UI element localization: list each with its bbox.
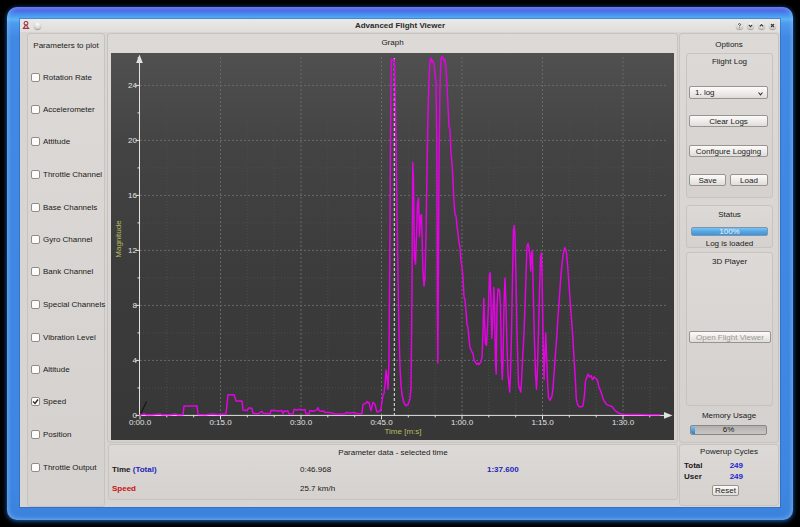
svg-text:0:15.0: 0:15.0 <box>209 418 232 427</box>
svg-text:12: 12 <box>128 246 137 255</box>
svg-text:Magnitude: Magnitude <box>114 220 123 258</box>
svg-text:4: 4 <box>133 356 138 365</box>
svg-text:1:00.0: 1:00.0 <box>451 418 474 427</box>
svg-text:20: 20 <box>128 136 137 145</box>
svg-text:1:30.0: 1:30.0 <box>612 418 635 427</box>
svg-text:1:15.0: 1:15.0 <box>531 418 554 427</box>
svg-text:0:45.0: 0:45.0 <box>370 418 393 427</box>
svg-text:0:30.0: 0:30.0 <box>290 418 313 427</box>
svg-text:24: 24 <box>128 81 137 90</box>
svg-text:0:00.0: 0:00.0 <box>129 418 152 427</box>
svg-text:8: 8 <box>133 301 138 310</box>
svg-text:Time [m:s]: Time [m:s] <box>384 427 421 436</box>
svg-text:16: 16 <box>128 191 137 200</box>
